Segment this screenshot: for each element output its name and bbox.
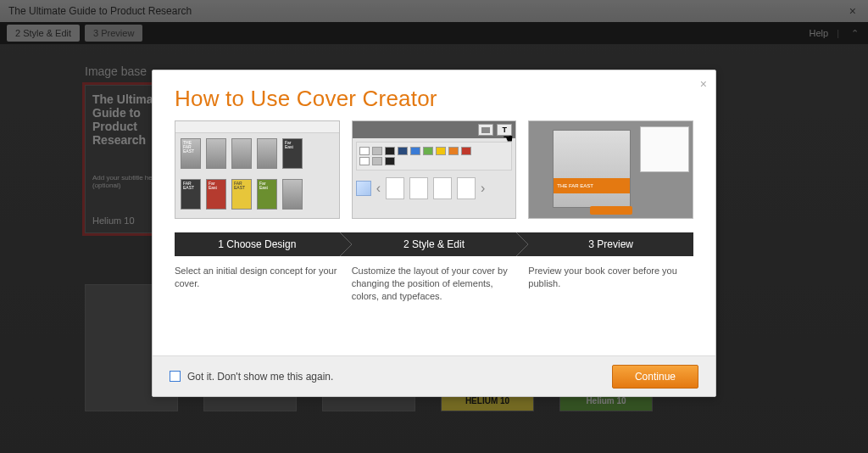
ribbon-step-1: 1 Choose Design — [175, 232, 340, 256]
tutorial-triptych: THE FAR EAST Far East FAR EAST Far East … — [175, 120, 693, 219]
mini-cover-band: THE FAR EAST — [554, 178, 630, 193]
mini-preview-button — [590, 206, 632, 215]
mini-cover-label: FAR EAST — [232, 180, 251, 192]
dont-show-checkbox[interactable] — [170, 371, 181, 382]
mini-cover-label: THE FAR EAST — [181, 139, 200, 155]
tutorial-shot-style-edit: T ☚ ‹ › — [352, 120, 517, 219]
mini-cover-label: FAR EAST — [181, 180, 200, 192]
ribbon-step-3: 3 Preview — [516, 232, 693, 256]
continue-button[interactable]: Continue — [612, 365, 698, 389]
mini-cover-label: Far East — [283, 139, 302, 151]
step-desc-2: Customize the layout of your cover by ch… — [352, 265, 517, 303]
step-ribbon: 1 Choose Design 2 Style & Edit 3 Preview — [175, 232, 693, 256]
dont-show-label[interactable]: Got it. Don't show me this again. — [187, 371, 333, 383]
mini-cover-label: Far East — [207, 180, 225, 192]
modal-close-icon[interactable]: × — [700, 77, 707, 91]
tutorial-modal: × How to Use Cover Creator THE FAR EAST … — [152, 70, 716, 397]
modal-title: How to Use Cover Creator — [153, 70, 715, 120]
modal-footer: Got it. Don't show me this again. Contin… — [153, 355, 715, 396]
mini-cover-label: Far East — [258, 180, 276, 192]
chevron-right-icon: › — [481, 181, 485, 196]
tutorial-shot-preview: THE FAR EAST — [528, 120, 693, 219]
image-tool-icon — [478, 124, 493, 136]
cube-icon — [356, 181, 371, 196]
step-desc-3: Preview your book cover before you publi… — [528, 265, 693, 303]
ribbon-step-2: 2 Style & Edit — [340, 232, 517, 256]
step-desc-1: Select an initial design concept for you… — [175, 265, 340, 303]
text-tool-icon: T — [497, 124, 512, 136]
chevron-left-icon: ‹ — [376, 181, 381, 196]
tutorial-shot-choose-design: THE FAR EAST Far East FAR EAST Far East … — [175, 120, 340, 219]
step-descriptions: Select an initial design concept for you… — [175, 265, 693, 303]
